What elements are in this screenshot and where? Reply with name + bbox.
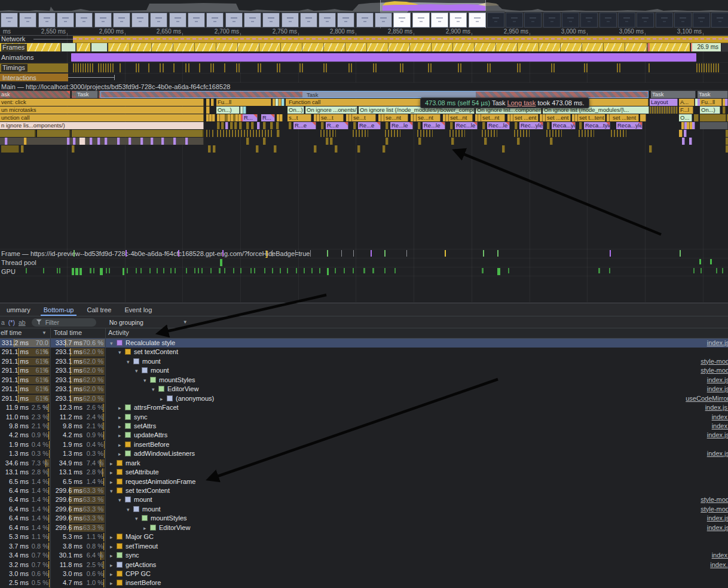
flame-sliver[interactable] bbox=[282, 99, 285, 106]
flame-sliver[interactable] bbox=[353, 122, 356, 129]
gpu-tick[interactable] bbox=[109, 268, 110, 273]
flame-sliver[interactable] bbox=[385, 130, 400, 137]
frame-event-tick[interactable] bbox=[610, 250, 611, 257]
screenshot-thumbnail[interactable] bbox=[131, 13, 149, 28]
flame-sliver[interactable] bbox=[234, 122, 237, 129]
screenshot-thumbnail[interactable] bbox=[282, 13, 299, 28]
flame-sliver[interactable] bbox=[37, 130, 71, 137]
frame-event-tick[interactable] bbox=[178, 250, 179, 257]
flame-sliver[interactable] bbox=[140, 138, 143, 145]
flame-bar[interactable]: R... bbox=[243, 114, 258, 121]
timings-marker[interactable] bbox=[430, 63, 432, 72]
gpu-tick[interactable] bbox=[43, 268, 44, 273]
screenshot-thumbnail[interactable] bbox=[319, 13, 336, 28]
gpu-tick[interactable] bbox=[157, 268, 158, 273]
expand-arrow-icon[interactable]: ▸ bbox=[110, 552, 117, 560]
expand-arrow-icon[interactable]: ▸ bbox=[110, 478, 117, 487]
flame-bar[interactable]: Layout bbox=[650, 99, 678, 106]
flame-bar[interactable]: un microtasks bbox=[0, 106, 204, 114]
flame-sliver[interactable] bbox=[482, 130, 497, 137]
flame-sliver[interactable] bbox=[450, 122, 453, 129]
table-row[interactable]: 2.5 ms0.5 %4.7 ms1.0 %▸insertBefore bbox=[0, 578, 728, 587]
flame-sliver[interactable] bbox=[257, 122, 260, 129]
gpu-tick[interactable] bbox=[201, 268, 203, 273]
gpu-tick[interactable] bbox=[296, 268, 297, 273]
timings-marker[interactable] bbox=[458, 63, 459, 72]
flame-sliver[interactable] bbox=[484, 138, 487, 145]
source-link[interactable]: index.js bbox=[707, 431, 728, 440]
gpu-tick[interactable] bbox=[508, 268, 509, 273]
gpu-tick[interactable] bbox=[233, 268, 234, 273]
flame-sliver[interactable] bbox=[700, 114, 726, 121]
column-header-activity[interactable]: Activity bbox=[108, 329, 129, 336]
gpu-tick[interactable] bbox=[140, 268, 142, 273]
gpu-tick[interactable] bbox=[319, 268, 320, 273]
flame-sliver[interactable] bbox=[353, 130, 368, 137]
flame-sliver[interactable] bbox=[326, 138, 329, 145]
flame-bar[interactable]: On ignore ...onents/) bbox=[305, 106, 357, 114]
frame-event-tick[interactable] bbox=[222, 250, 224, 257]
gpu-tick[interactable] bbox=[250, 268, 252, 273]
gpu-tick[interactable] bbox=[106, 268, 107, 273]
screenshot-thumbnail[interactable] bbox=[506, 13, 523, 28]
table-row[interactable]: 5.3 ms1.1 %5.3 ms1.1 %▸Major GC bbox=[0, 532, 728, 541]
frame-event-tick[interactable] bbox=[445, 250, 446, 257]
flame-bar[interactable]: se...nt bbox=[384, 114, 408, 121]
flame-sliver[interactable] bbox=[640, 114, 646, 121]
flame-sliver[interactable] bbox=[212, 130, 215, 137]
flame-sliver[interactable] bbox=[151, 138, 154, 145]
collapse-arrow-icon[interactable]: ▾ bbox=[127, 505, 133, 514]
flame-sliver[interactable] bbox=[276, 122, 279, 129]
timings-cluster[interactable] bbox=[98, 63, 114, 72]
gpu-tick[interactable] bbox=[497, 268, 500, 275]
frame-event-tick[interactable] bbox=[295, 250, 296, 257]
screenshot-thumbnail[interactable] bbox=[225, 13, 243, 28]
source-link[interactable]: index.js: bbox=[705, 403, 728, 412]
flame-sliver[interactable] bbox=[243, 106, 246, 114]
flame-sliver[interactable] bbox=[274, 145, 277, 153]
table-row[interactable]: 34.6 ms7.3 %34.9 ms7.4 %▸mark bbox=[0, 459, 728, 468]
collapse-arrow-icon[interactable]: ▾ bbox=[152, 385, 158, 394]
flame-bar[interactable]: set ...ent bbox=[513, 114, 539, 121]
gpu-tick[interactable] bbox=[219, 268, 221, 273]
screenshot-thumbnail[interactable] bbox=[356, 13, 374, 28]
frame-event-tick[interactable] bbox=[126, 250, 127, 257]
flame-sliver[interactable] bbox=[263, 138, 266, 145]
timings-marker[interactable] bbox=[279, 63, 280, 72]
frames-segment[interactable] bbox=[91, 43, 108, 51]
gpu-tick[interactable] bbox=[26, 268, 27, 273]
tooltip-long-task-link[interactable]: Long task bbox=[507, 99, 536, 106]
flame-sliver[interactable] bbox=[320, 130, 336, 137]
gpu-tick[interactable] bbox=[186, 268, 187, 273]
table-row[interactable]: 291.1 ms61.6 %293.1 ms62.0 %▾mountstyle-… bbox=[0, 366, 728, 375]
expand-arrow-icon[interactable]: ▸ bbox=[110, 543, 117, 552]
screenshot-thumbnail[interactable] bbox=[188, 13, 205, 28]
flame-sliver[interactable] bbox=[726, 145, 728, 153]
source-link[interactable]: style-mod bbox=[701, 495, 728, 504]
gpu-tick[interactable] bbox=[149, 268, 151, 273]
source-link[interactable]: useCodeMirror bbox=[686, 394, 728, 403]
expand-arrow-icon[interactable]: ▸ bbox=[118, 441, 125, 450]
flame-sliver[interactable] bbox=[79, 138, 85, 145]
flame-bar[interactable]: set...nt bbox=[449, 114, 473, 121]
track-label-frames[interactable]: Frames bbox=[1, 44, 27, 51]
grouping-select[interactable]: No grouping ▼ bbox=[109, 319, 188, 326]
screenshot-thumbnail[interactable] bbox=[580, 13, 598, 28]
timings-marker[interactable] bbox=[163, 63, 164, 72]
thread-pool-tick[interactable] bbox=[699, 259, 701, 264]
screenshot-thumbnail[interactable] bbox=[300, 13, 317, 28]
flame-bar[interactable]: Fu...ll bbox=[700, 99, 722, 106]
screenshot-thumbnail[interactable] bbox=[19, 13, 36, 28]
flame-sliver[interactable] bbox=[246, 138, 249, 145]
flame-bar[interactable]: R...e bbox=[326, 122, 348, 129]
flame-bar[interactable]: R...e bbox=[293, 122, 316, 129]
flame-sliver[interactable] bbox=[482, 122, 485, 129]
flame-sliver[interactable] bbox=[117, 138, 120, 145]
flame-sliver[interactable] bbox=[515, 122, 518, 129]
table-row[interactable]: 9.8 ms2.1 %9.8 ms2.1 %▸setAttrsindex. bbox=[0, 422, 728, 431]
screenshot-thumbnail[interactable] bbox=[262, 13, 280, 28]
screenshot-thumbnail[interactable] bbox=[94, 13, 112, 28]
gpu-tick[interactable] bbox=[598, 268, 600, 273]
frame-event-tick[interactable] bbox=[497, 250, 498, 257]
flame-sliver[interactable] bbox=[289, 122, 292, 129]
